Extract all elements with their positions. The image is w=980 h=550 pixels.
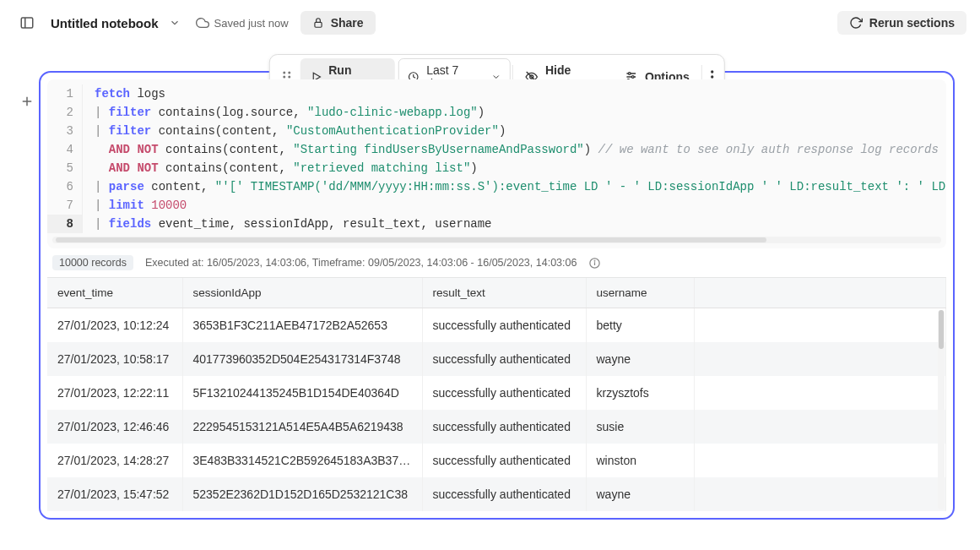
cell: 2229545153121A514E5A4B5A6219438 [182,410,422,444]
executed-text: Executed at: 16/05/2023, 14:03:06, Timef… [145,257,577,269]
cell: 27/01/2023, 14:28:27 [47,444,182,477]
line-number: 8 [47,215,83,233]
cell: 3653B1F3C211AEB47172B2A52653 [182,308,422,343]
cell: wayne [586,477,694,511]
col-session-id[interactable]: sessionIdApp [182,278,422,308]
chevron-down-icon[interactable] [169,17,181,29]
svg-point-19 [632,76,635,79]
table-row[interactable]: 27/01/2023, 14:28:273E483B3314521C2B5926… [47,444,946,477]
cell [694,342,946,376]
cell: successfully authenticated [422,444,586,477]
info-icon[interactable] [588,257,601,270]
svg-point-8 [288,76,290,79]
col-event-time[interactable]: event_time [47,278,182,308]
table-row[interactable]: 27/01/2023, 12:46:462229545153121A514E5A… [47,410,946,444]
cloud-icon [196,16,209,30]
share-label: Share [331,16,364,30]
cell: 52352E2362D1D152D165D2532121C38 [182,477,422,511]
cell [694,308,946,343]
cell: successfully authenticated [422,308,586,343]
cell: 5F13210244135245B1D154DE40364D [182,376,422,410]
table-row[interactable]: 27/01/2023, 15:47:5252352E2362D1D152D165… [47,477,946,511]
cell: successfully authenticated [422,410,586,444]
col-username[interactable]: username [586,278,694,308]
cell: 27/01/2023, 10:12:24 [47,308,182,343]
rerun-label: Rerun sections [869,16,955,30]
table-header-row: event_time sessionIdApp result_text user… [47,278,946,308]
svg-point-26 [595,260,596,261]
line-number: 6 [47,177,83,196]
cell: 27/01/2023, 12:46:46 [47,410,182,444]
svg-point-21 [711,70,713,73]
table-row[interactable]: 27/01/2023, 10:58:17401773960352D504E254… [47,342,946,376]
saved-text: Saved just now [214,17,289,30]
query-card: Run query Last 7 days Hide query [39,71,955,520]
cell: krzysztofs [586,376,694,410]
cell [694,444,946,477]
cell: successfully authenticated [422,342,586,376]
records-chip: 10000 records [52,255,133,270]
cell: 27/01/2023, 15:47:52 [47,477,182,511]
share-button[interactable]: Share [300,11,376,35]
table-row[interactable]: 27/01/2023, 12:22:115F13210244135245B1D1… [47,376,946,410]
topbar: Untitled notebook Saved just now Share R… [0,0,980,46]
svg-rect-2 [315,22,322,27]
line-number: 5 [47,159,83,177]
v-scrollbar[interactable] [938,310,945,509]
cell: 401773960352D504E254317314F3748 [182,342,422,376]
refresh-icon [849,16,863,30]
notebook-title[interactable]: Untitled notebook [51,16,159,30]
cell: 3E483B3314521C2B592645183A3B375E [182,444,422,477]
cell: 27/01/2023, 10:58:17 [47,342,182,376]
line-number: 7 [47,196,83,215]
cell: 27/01/2023, 12:22:11 [47,376,182,410]
results-table: event_time sessionIdApp result_text user… [47,277,946,511]
lock-icon [312,17,324,29]
cell [694,376,946,410]
cell: betty [586,308,694,343]
h-scrollbar[interactable] [52,237,941,243]
svg-point-6 [288,72,290,74]
query-status: 10000 records Executed at: 16/05/2023, 1… [47,248,946,274]
col-result-text[interactable]: result_text [422,278,586,308]
cell: successfully authenticated [422,376,586,410]
table-row[interactable]: 27/01/2023, 10:12:243653B1F3C211AEB47172… [47,308,946,343]
line-number: 4 [47,140,83,159]
saved-status: Saved just now [196,16,289,30]
line-number: 2 [47,103,83,122]
cell [694,477,946,511]
code-editor[interactable]: 1fetch logs 2| filter contains(log.sourc… [47,79,946,248]
svg-point-5 [283,72,285,74]
line-number: 1 [47,84,83,103]
rerun-button[interactable]: Rerun sections [837,11,966,35]
svg-rect-0 [21,18,33,28]
cell: winston [586,444,694,477]
add-button[interactable] [14,88,41,115]
cell: susie [586,410,694,444]
svg-point-22 [711,75,713,78]
cell: successfully authenticated [422,477,586,511]
sidebar-collapse-icon[interactable] [14,9,41,36]
svg-point-18 [629,73,631,75]
cell [694,410,946,444]
cell: wayne [586,342,694,376]
svg-point-7 [283,76,285,79]
col-empty [694,278,946,308]
line-number: 3 [47,122,83,140]
